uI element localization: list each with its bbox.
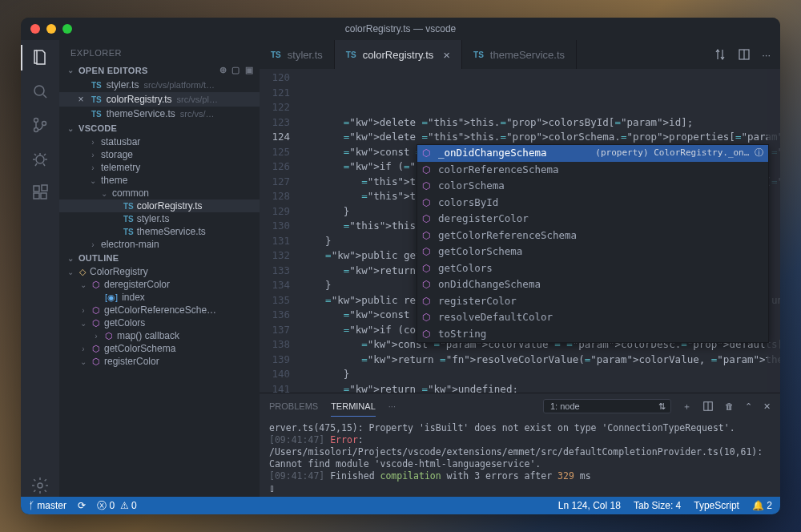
split-editor-icon[interactable]: [738, 48, 751, 61]
more-icon[interactable]: ···: [388, 401, 396, 411]
tree-item[interactable]: ›telemetry: [59, 161, 260, 174]
more-icon[interactable]: ···: [762, 49, 771, 61]
close-panel-icon[interactable]: ✕: [763, 401, 771, 412]
tree-item[interactable]: ⌄theme: [59, 174, 260, 187]
terminal-select[interactable]: 1: node ⇅: [543, 399, 671, 413]
cursor-position[interactable]: Ln 124, Col 18: [558, 500, 621, 511]
intellisense-popup[interactable]: ⬡_onDidChangeSchema(property) ColorRegis…: [417, 144, 769, 343]
outline-item[interactable]: ⌄⬡deregisterColor: [59, 278, 260, 291]
suggest-item[interactable]: ⬡getColorReferenceSchema: [417, 228, 768, 244]
source-control-icon[interactable]: [29, 114, 51, 136]
symbol-icon: ⬡: [422, 261, 433, 276]
close-all-icon[interactable]: ▣: [245, 65, 253, 75]
chevron-icon: ⌄: [78, 280, 88, 289]
settings-icon[interactable]: [29, 474, 51, 497]
search-icon[interactable]: [29, 80, 51, 103]
suggest-item[interactable]: ⬡colorReferenceSchema: [417, 162, 768, 179]
tree-item-label: theme: [101, 175, 127, 186]
open-editor-item[interactable]: ×TScolorRegistry.ts src/vs/pl…: [59, 92, 260, 107]
suggest-item[interactable]: ⬡registerColor: [417, 293, 768, 310]
tab-terminal[interactable]: TERMINAL: [331, 397, 376, 417]
tree-item[interactable]: TSthemeService.ts: [59, 225, 260, 238]
outline-item[interactable]: ⌄◇ColorRegistry: [59, 265, 260, 278]
save-all-icon[interactable]: ▢: [231, 65, 239, 75]
minimap[interactable]: [767, 69, 780, 393]
open-editor-item[interactable]: TSthemeService.ts src/vs/…: [59, 107, 260, 121]
workspace-label: VSCODE: [78, 123, 117, 133]
suggest-item[interactable]: ⬡colorsById: [417, 195, 768, 212]
problems-status[interactable]: ⓧ 0 ⚠ 0: [97, 499, 137, 513]
chevron-icon: ⌄: [78, 319, 88, 328]
suggest-item[interactable]: ⬡getColorSchema: [417, 244, 768, 260]
notifications[interactable]: 🔔 2: [752, 500, 772, 511]
outline-item[interactable]: ⌄⬡getColors: [59, 316, 260, 329]
minimize-window-button[interactable]: [46, 24, 56, 34]
tree-item[interactable]: ›electron-main: [59, 238, 260, 251]
editor-tab[interactable]: TSthemeService.ts: [462, 40, 577, 69]
compare-icon[interactable]: [714, 48, 727, 61]
outline-item[interactable]: ›⬡getColorReferenceSche…: [59, 304, 260, 316]
workspace-header[interactable]: ⌄ VSCODE: [59, 121, 260, 135]
open-editor-item[interactable]: TSstyler.ts src/vs/platform/t…: [59, 78, 260, 92]
app-body: EXPLORER ⌄ OPEN EDITORS ⊕ ▢ ▣ TSstyler.t…: [21, 40, 780, 497]
new-file-icon[interactable]: ⊕: [219, 65, 227, 75]
tree-item-label: electron-main: [101, 239, 159, 250]
tree-item[interactable]: ›storage: [59, 148, 260, 161]
close-tab-icon[interactable]: ×: [443, 48, 450, 62]
suggest-item[interactable]: ⬡resolveDefaultColor: [417, 309, 768, 326]
kill-terminal-icon[interactable]: 🗑: [725, 401, 734, 411]
file-name: styler.ts: [107, 79, 139, 91]
symbol-icon: ⬡: [92, 305, 100, 316]
chevron-icon: ›: [88, 151, 98, 159]
language-mode[interactable]: TypeScript: [694, 500, 739, 511]
tree-item-label: colorRegistry.ts: [137, 200, 203, 212]
chevron-icon: ⌄: [66, 268, 75, 276]
terminal-select-label: 1: node: [550, 401, 580, 411]
editor-tab[interactable]: TSstyler.ts: [260, 40, 335, 69]
open-editors-header[interactable]: ⌄ OPEN EDITORS ⊕ ▢ ▣: [59, 62, 260, 78]
editor[interactable]: 1201211221231241251261271281291301311321…: [260, 69, 780, 393]
suggest-label: getColorSchema: [438, 244, 522, 260]
tab-problems[interactable]: PROBLEMS: [269, 397, 318, 416]
chevron-icon: ⌄: [99, 189, 109, 198]
file-name: themeService.ts: [107, 108, 175, 119]
outline-item[interactable]: ⌄⬡registerColor: [59, 355, 260, 368]
sidebar-title: EXPLORER: [59, 40, 260, 62]
suggest-item[interactable]: ⬡deregisterColor: [417, 211, 768, 228]
close-window-button[interactable]: [30, 24, 40, 34]
explorer-icon[interactable]: [29, 46, 51, 69]
extensions-icon[interactable]: [29, 181, 51, 204]
suggest-label: colorReferenceSchema: [438, 163, 559, 178]
tree-item[interactable]: ⌄common: [59, 187, 260, 200]
tree-item[interactable]: TSstyler.ts: [59, 212, 260, 225]
tab-size[interactable]: Tab Size: 4: [634, 500, 681, 511]
suggest-item[interactable]: ⬡toString: [417, 326, 768, 343]
open-editors-list: TSstyler.ts src/vs/platform/t…×TScolorRe…: [59, 78, 260, 121]
tree-item[interactable]: TScolorRegistry.ts: [59, 200, 260, 212]
new-terminal-icon[interactable]: ＋: [682, 401, 691, 413]
tree-item-label: statusbar: [101, 136, 140, 147]
outline-header[interactable]: ⌄ OUTLINE: [59, 251, 260, 265]
suggest-item[interactable]: ⬡onDidChangeSchema: [417, 276, 768, 293]
debug-icon[interactable]: [29, 147, 51, 170]
outline-item[interactable]: ›⬡getColorSchema: [59, 342, 260, 355]
suggest-label: colorsById: [438, 195, 498, 211]
maximize-panel-icon[interactable]: ⌃: [745, 401, 752, 412]
suggest-item[interactable]: ⬡colorSchema: [417, 178, 768, 195]
suggest-label: _onDidChangeSchema: [438, 146, 546, 161]
git-branch[interactable]: ᚶ master: [29, 500, 66, 511]
sync-icon[interactable]: ⟳: [78, 500, 86, 511]
tree-item[interactable]: ›statusbar: [59, 135, 260, 148]
split-terminal-icon[interactable]: [702, 401, 714, 412]
sidebar: EXPLORER ⌄ OPEN EDITORS ⊕ ▢ ▣ TSstyler.t…: [59, 40, 260, 497]
outline-item[interactable]: [◉]index: [59, 291, 260, 304]
outline-item[interactable]: ›⬡map() callback: [59, 329, 260, 342]
suggest-item[interactable]: ⬡getColors: [417, 260, 768, 277]
terminal-output[interactable]: erver.ts(475,15): Property 'isBuilt' doe…: [260, 419, 780, 497]
maximize-window-button[interactable]: [62, 24, 72, 34]
svg-point-0: [34, 86, 44, 95]
suggest-item[interactable]: ⬡_onDidChangeSchema(property) ColorRegis…: [417, 145, 768, 162]
editor-tab[interactable]: TScolorRegistry.ts×: [335, 40, 462, 69]
bottom-panel: PROBLEMS TERMINAL ··· 1: node ⇅ ＋ 🗑 ⌃ ✕: [260, 393, 780, 497]
close-icon[interactable]: ×: [75, 94, 87, 105]
